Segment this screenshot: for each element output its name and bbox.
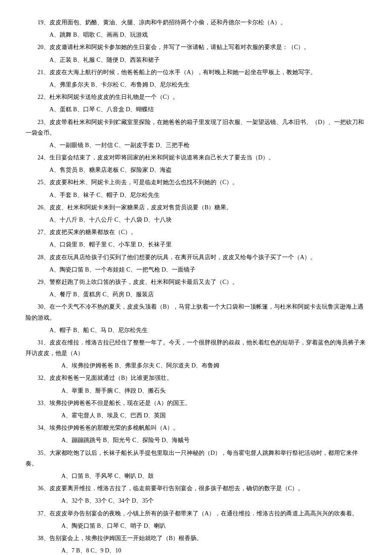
question-23: 23、皮皮带着杜米和阿妮卡到贮藏室里探险，在她爸爸的箱子里发现了旧衣服、一架望远…: [26, 117, 366, 138]
options-25: A、手套 B、袜子 C、帽子 D、尼尔松先生: [49, 190, 366, 200]
options-24: A、售货员 B、糖果店老板 C、探险家 D、海盗: [49, 165, 366, 175]
options-36: A、32个 B、33个 C、34个 D、35个: [61, 495, 366, 506]
options-30: A、帽子 B、船 C、马 D、尼尔松先生: [49, 325, 366, 335]
question-34: 34、埃弗拉伊姆爸爸的那艘光荣的多桅帆船叫（A）。: [26, 422, 366, 433]
question-29: 29、警察赶跑了街上吹口笛的孩子，皮皮、杜米和阿妮卡最后又去了（C）。: [26, 277, 366, 287]
question-32: 32、皮皮和爸爸一见面就通过（B）比谁更加强壮。: [26, 373, 366, 383]
question-20: 20、皮皮邀请杜米和阿妮卡参加她的生日宴会，并写了一张请帖，请贴上写着对衣服的要…: [26, 42, 366, 52]
options-22: A、蛋糕 B、口琴 C、八音盒 D、蝴蝶结: [49, 104, 366, 115]
options-21: A、弗里多尔夫 B、卡尔松 C、布鲁姆 D、尼尔松先生: [49, 79, 366, 90]
question-28: 28、皮皮在玩具店给孩子们买到了他们想要的玩具，在离开玩具店时，皮皮又给每个孩子…: [26, 252, 366, 263]
options-29: A、餐厅 B、蛋糕房 C、药房 D、服装店: [49, 289, 366, 300]
question-31: 31、皮皮在维拉．维洛古拉已经住了整整一年了。今天，一个很胖很胖的叔叔，他长着红…: [26, 337, 366, 358]
question-33: 33、埃弗拉伊姆爸爸不但是船长，现在还是（A）的国王。: [26, 398, 366, 408]
question-35: 35、大家都吃饱了以后，长袜子船长从手提包里取出一只神秘的（D），每当霍屯督人跳…: [26, 448, 366, 469]
question-22: 22、杜米和阿妮卡送给皮皮的生日礼物是一个（C）。: [26, 92, 366, 102]
question-26: 26、皮皮、杜米和阿妮卡来到一家糖果店，皮皮对售货员说要（B）糖果。: [26, 202, 366, 213]
main-content: 19、皮皮用面包、奶酪、黄油、火腿、凉肉和牛奶招待两个小偷，还和丹德尔一卡尔松（…: [26, 17, 366, 555]
question-24: 24、生日宴会结束了，皮皮对即将回家的杜米和阿妮卡说道将来自己长大了要去当（D）…: [26, 152, 366, 163]
options-35: A、口笛 B、手风琴 C、喇叭 D、鼓: [61, 471, 366, 481]
options-38: A、7 B、8 C、9 D、10: [61, 545, 366, 555]
question-38: 38、告别宴会上，埃弗拉伊姆国王一开始就吃了（B）根香肠。: [26, 533, 366, 543]
question-21: 21、皮皮在大海上航行的时候，他爸爸船上的一位水手（A），有时晚上和她一起坐在甲…: [26, 67, 366, 78]
question-37: 37、在皮皮举办告别宴会的夜晚，小镇上所有的孩子都带来了（A），在通往维拉．维洛…: [26, 508, 366, 519]
question-36: 36、皮皮要离开维拉．维洛古拉了，临走前要举行告别宴会，很多孩子都想去，确切的数…: [26, 483, 366, 494]
options-28: A、陶瓷口笛 B、一个布娃娃 C、一把气枪 D、一面镜子: [49, 264, 366, 275]
question-30: 30、在一个天气不冷不热的夏天，皮皮头顶着（B），马背上驮着一个大口袋和一顶帐篷…: [26, 301, 366, 323]
options-19: A、跳舞 B、唱歌 C、画画 D、玩游戏: [49, 29, 366, 40]
options-23: A、一副眼镜 B、一封信 C、一副皮手套 D、三把手枪: [49, 140, 366, 150]
options-26: A、十八斤 B、十八公斤 C、十八袋 D、十八块: [49, 214, 366, 225]
options-20: A、正装 B、礼服 C、随便 D、西装和裙子: [49, 55, 366, 65]
options-37: A、陶瓷口笛 B、口琴 C、哨子 D、喇叭: [61, 520, 366, 531]
question-25: 25、皮皮要和杜米、阿妮卡上街去，可是临走时她怎么也找不到她的（C）。: [26, 177, 366, 188]
options-34: A、蹦蹦跳跳号 B、阳光号 C、探险号 D、海贼号: [61, 435, 366, 445]
question-27: 27、皮皮把买来的糖果都放在（C）。: [26, 227, 366, 237]
options-31: A、埃弗拉伊姆爸爸 B、弗里多尔夫 C、阿尔道夫 D、布鲁姆: [61, 360, 366, 371]
question-19: 19、皮皮用面包、奶酪、黄油、火腿、凉肉和牛奶招待两个小偷，还和丹德尔一卡尔松（…: [26, 17, 366, 28]
options-27: A、口袋里 B、帽子里 C、小车里 D、长袜子里: [49, 239, 366, 250]
options-32: A、举重 B、掰手腕 C、摔跤 D、搬石头: [61, 385, 366, 396]
options-33: A、霍屯督人 B、埃及 C、巴西 D、英国: [61, 410, 366, 421]
